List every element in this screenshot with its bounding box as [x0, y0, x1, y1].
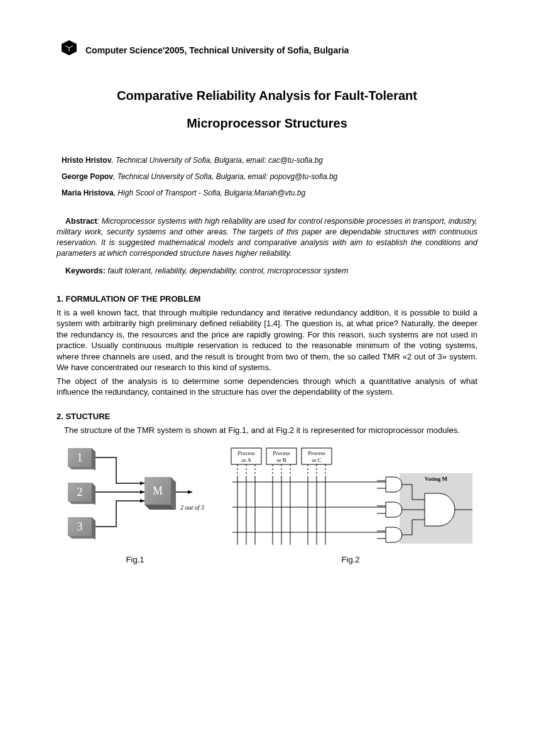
svg-text:2 out of 3: 2 out of 3	[180, 504, 204, 511]
section1-p2: The object of the analysis is to determi…	[57, 376, 477, 398]
figure-2: Processor A Processor B Processor C	[224, 444, 477, 564]
author-line: Hristo Hristov, Technical University of …	[62, 156, 472, 165]
author-name: George Popov	[62, 172, 113, 181]
section-heading-2: 2. STUCTURE	[57, 412, 477, 421]
svg-text:or A: or A	[241, 457, 251, 463]
fig1-caption: Fig.1	[57, 555, 214, 564]
svg-marker-13	[171, 477, 176, 510]
svg-marker-17	[140, 490, 144, 494]
svg-text:Process: Process	[273, 450, 290, 456]
svg-text:3: 3	[77, 520, 83, 533]
fig1-svg: 1 2 3	[57, 444, 214, 551]
abstract-label: Abstract	[65, 217, 97, 226]
svg-text:Voting M: Voting M	[425, 476, 447, 482]
author-affil: , Technical University of Sofia, Bulgari…	[111, 156, 323, 165]
svg-text:2: 2	[77, 486, 83, 498]
author-affil: , High Scool of Transport - Sofia, Bulga…	[114, 189, 305, 197]
section2-p1: The structure of the TMR system is shown…	[57, 425, 477, 436]
keywords-block: Keywords: fault tolerant, reliability, d…	[57, 266, 477, 275]
author-name: Maria Hristova	[62, 189, 114, 197]
abstract-block: Abstract: Microprocessor systems with hi…	[57, 216, 477, 259]
title-line-1: Comparative Reliability Analysis for Fau…	[57, 82, 477, 109]
title-line-2: Microprocessor Structures	[57, 109, 477, 137]
svg-marker-6	[92, 483, 95, 505]
svg-marker-14	[144, 505, 176, 510]
section1-p1: It is a well known fact, that through mu…	[57, 307, 477, 373]
figure-1: 1 2 3	[57, 444, 214, 564]
authors-block: Hristo Hristov, Technical University of …	[62, 156, 472, 197]
author-line: George Popov, Technical University of So…	[62, 172, 472, 181]
section-heading-1: 1. FORMULATION OF THE PROBLEM	[57, 294, 477, 304]
conference-header: Computer Science'2005, Technical Univers…	[85, 45, 349, 55]
keywords-text: fault tolerant, reliability, dependabili…	[106, 266, 349, 275]
author-line: Maria Hristova, High Scool of Transport …	[62, 189, 472, 197]
svg-text:M: M	[153, 485, 163, 497]
svg-marker-20	[188, 490, 192, 494]
svg-text:Process: Process	[308, 450, 325, 456]
svg-text:or C: or C	[312, 457, 322, 463]
fig2-svg: Processor A Processor B Processor C	[224, 444, 475, 551]
abstract-text: : Microprocessor systems with high relia…	[57, 217, 477, 258]
keywords-label: Keywords:	[65, 266, 106, 275]
svg-marker-10	[92, 517, 95, 540]
svg-marker-2	[92, 448, 95, 471]
svg-marker-16	[140, 481, 144, 485]
header-row: Computer Science'2005, Technical Univers…	[57, 38, 477, 63]
svg-marker-18	[140, 499, 144, 503]
author-affil: , Technical University of Sofia, Bulgari…	[113, 172, 337, 181]
page: Computer Science'2005, Technical Univers…	[0, 0, 534, 756]
author-name: Hristo Hristov	[62, 156, 111, 165]
logo-icon	[57, 38, 82, 63]
svg-text:1: 1	[77, 451, 83, 464]
paper-title: Comparative Reliability Analysis for Fau…	[57, 82, 477, 137]
svg-text:Process: Process	[237, 450, 255, 456]
fig2-caption: Fig.2	[224, 555, 477, 564]
figures-row: 1 2 3	[57, 444, 477, 564]
svg-text:or B: or B	[276, 457, 286, 463]
